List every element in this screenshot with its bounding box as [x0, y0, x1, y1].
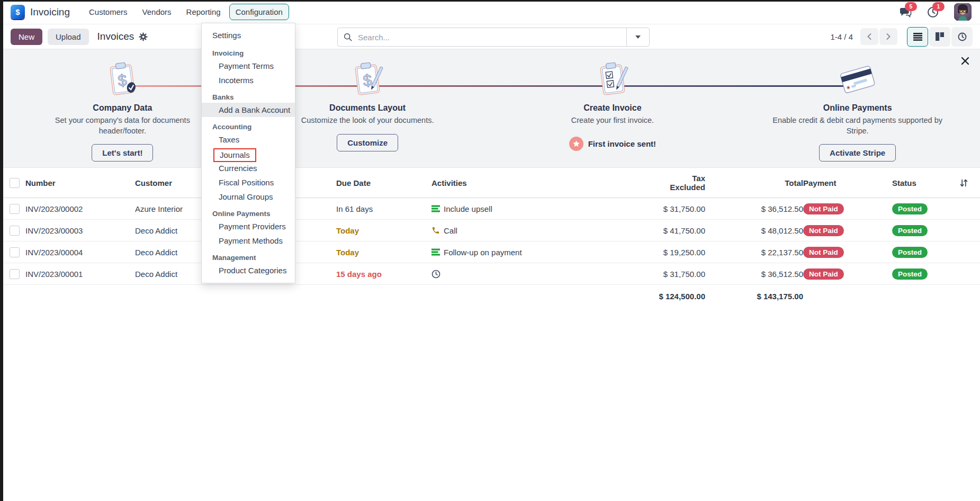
top-nav-bar: $ Invoicing Customers Vendors Reporting … [0, 0, 980, 24]
row-checkbox[interactable] [10, 247, 20, 257]
clock-icon [927, 11, 939, 20]
due-date: Today [336, 248, 431, 257]
menu-item-incoterms[interactable]: Incoterms [202, 73, 295, 87]
first-invoice-sent-status: First invoice sent! [569, 137, 656, 151]
new-button[interactable]: New [11, 29, 42, 45]
menu-item-payment-providers[interactable]: Payment Providers [202, 219, 295, 234]
customize-button[interactable]: Customize [337, 134, 398, 151]
gear-icon[interactable] [139, 32, 148, 41]
star-icon [569, 137, 583, 151]
menu-section-accounting: Accounting [202, 121, 295, 132]
nav-item-vendors[interactable]: Vendors [136, 4, 178, 20]
app-title[interactable]: Invoicing [30, 6, 70, 18]
chat-bubbles-icon [899, 11, 912, 20]
list-view-button[interactable] [907, 27, 928, 47]
total-amount: $ 22,137.50 [761, 248, 803, 257]
column-header-status[interactable]: Status [892, 178, 948, 187]
menu-item-journals[interactable]: Journals [202, 147, 295, 161]
column-header-tax-excluded[interactable]: Tax Excluded [657, 174, 705, 192]
kanban-icon [936, 32, 944, 41]
user-avatar[interactable] [954, 3, 972, 21]
menu-item-product-categories[interactable]: Product Categories [202, 263, 295, 278]
pager-next-button[interactable] [879, 28, 897, 45]
row-checkbox[interactable] [10, 269, 20, 279]
clipboard-dollar-pen-icon: $ [349, 59, 386, 101]
grand-total: $ 143,175.00 [757, 292, 803, 301]
row-checkbox[interactable] [10, 204, 20, 214]
select-all-checkbox[interactable] [10, 178, 20, 188]
lets-start-button[interactable]: Let's start! [92, 144, 153, 162]
menu-item-add-bank-account[interactable]: Add a Bank Account [202, 103, 295, 117]
table-header-row: Number Customer Due Date Activities Tax … [0, 168, 980, 198]
table-row[interactable]: INV/2023/00002 Azure Interior In 61 days… [0, 198, 980, 220]
column-header-activities[interactable]: Activities [431, 178, 657, 187]
table-row[interactable]: INV/2023/00001 Deco Addict 15 days ago $… [0, 263, 980, 285]
invoicing-app-icon[interactable]: $ [11, 5, 25, 19]
activity-view-button[interactable] [951, 27, 973, 47]
menu-item-payment-methods[interactable]: Payment Methods [202, 234, 295, 248]
total-amount: $ 48,012.50 [761, 226, 803, 235]
column-header-number[interactable]: Number [25, 178, 135, 187]
invoice-number: INV/2023/00003 [25, 226, 135, 235]
messages-button[interactable]: 5 [899, 6, 912, 19]
chevron-right-icon [885, 33, 892, 40]
row-checkbox[interactable] [10, 226, 20, 236]
menu-item-payment-terms[interactable]: Payment Terms [202, 59, 295, 73]
menu-item-settings[interactable]: Settings [202, 28, 295, 43]
step-title: Company Data [93, 103, 152, 113]
invoice-number: INV/2023/00001 [25, 270, 135, 279]
menu-item-journal-groups[interactable]: Journal Groups [202, 190, 295, 204]
menu-item-fiscal-positions[interactable]: Fiscal Positions [202, 175, 295, 190]
step-description: Customize the look of your documents. [301, 115, 434, 126]
menu-item-currencies[interactable]: Currencies [202, 161, 295, 175]
onboarding-step-online-payments: Online Payments Enable credit & debit ca… [735, 59, 980, 167]
activity-label: Include upsell [444, 204, 492, 213]
upload-button[interactable]: Upload [48, 29, 89, 45]
nav-item-reporting[interactable]: Reporting [180, 4, 227, 20]
step-description: Enable credit & debit card payments supp… [768, 115, 948, 136]
optional-columns-icon[interactable] [959, 178, 968, 187]
phone-icon [431, 226, 440, 235]
table-row[interactable]: INV/2023/00004 Deco Addict Today Follow-… [0, 241, 980, 263]
activity-cell[interactable]: Include upsell [431, 204, 657, 213]
breadcrumb: Invoices [97, 31, 134, 42]
activate-stripe-button[interactable]: Activate Stripe [819, 144, 896, 162]
activities-button[interactable]: 1 [927, 6, 939, 19]
chevron-down-icon [635, 35, 641, 39]
column-header-payment[interactable]: Payment [803, 178, 892, 187]
pager-counter: 1-4 / 4 [830, 32, 853, 41]
configuration-dropdown-menu: Settings Invoicing Payment Terms Incoter… [201, 23, 295, 283]
search-input[interactable] [357, 32, 626, 42]
table-row[interactable]: INV/2023/00003 Deco Addict Today Call $ … [0, 220, 980, 241]
tasks-icon [431, 204, 440, 213]
kanban-view-button[interactable] [929, 27, 950, 47]
tax-excluded-total: $ 124,500.00 [659, 292, 705, 301]
clipboard-checklist-icon [594, 59, 631, 101]
nav-item-configuration[interactable]: Configuration [229, 4, 289, 20]
step-description: Set your company's data for documents he… [32, 115, 212, 136]
activity-cell[interactable]: Follow-up on payment [431, 248, 657, 257]
pager-previous-button[interactable] [860, 28, 878, 45]
activity-cell[interactable] [431, 270, 657, 279]
activity-cell[interactable]: Call [431, 226, 657, 235]
window-edge-left [0, 0, 3, 501]
tax-excluded-amount: $ 19,250.00 [663, 248, 705, 257]
window-edge-top [0, 0, 980, 2]
nav-item-customers[interactable]: Customers [83, 4, 134, 20]
search-filters-toggle[interactable] [626, 28, 649, 46]
credit-card-icon [836, 59, 879, 101]
menu-item-taxes[interactable]: Taxes [202, 132, 295, 147]
payment-status-badge: Not Paid [803, 203, 844, 214]
tasks-icon [431, 248, 440, 256]
total-amount: $ 36,512.50 [761, 270, 803, 279]
journals-annotation-box[interactable]: Journals [213, 148, 256, 162]
invoice-number: INV/2023/00004 [25, 248, 135, 257]
menu-section-invoicing: Invoicing [202, 48, 295, 59]
column-header-total[interactable]: Total [785, 178, 803, 187]
status-badge: Posted [892, 247, 928, 258]
table-totals-row: $ 124,500.00 $ 143,175.00 [0, 285, 980, 307]
search-icon [344, 33, 352, 41]
column-header-due-date[interactable]: Due Date [336, 178, 431, 187]
status-badge: Posted [892, 203, 928, 214]
step-status-text: First invoice sent! [588, 139, 656, 148]
